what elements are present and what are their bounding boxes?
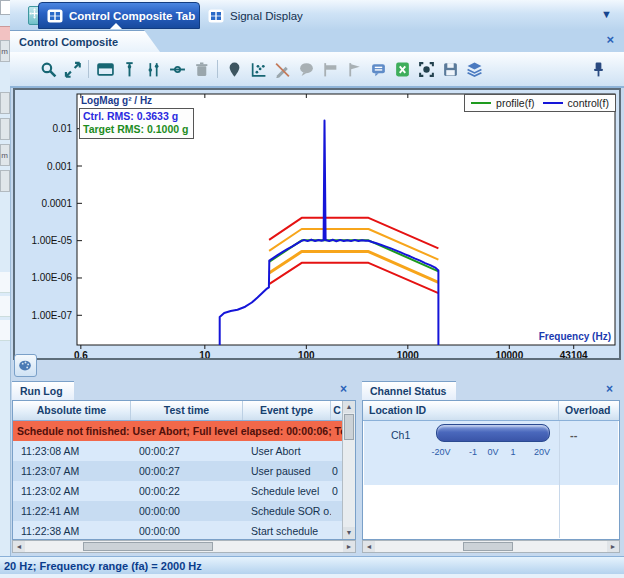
- single-cursor-icon[interactable]: [117, 57, 141, 81]
- scrollbar-thumb[interactable]: [344, 414, 354, 440]
- table-row[interactable]: 11:22:41 AM00:00:00Schedule SOR o...: [13, 501, 355, 521]
- legend-label: control(f): [568, 97, 609, 109]
- x-tick-label: 0.6: [74, 350, 88, 358]
- column-divider: [559, 421, 560, 538]
- table-row[interactable]: 11:23:02 AM00:00:22Schedule level0: [13, 481, 355, 501]
- x-tick-label: 43104: [560, 350, 588, 358]
- chart-toolbar: [10, 52, 624, 88]
- table-cell: 00:00:00: [131, 501, 243, 521]
- marker-icon[interactable]: [222, 57, 246, 81]
- scale-tick-label: 20V: [534, 447, 550, 457]
- runlog-vertical-scrollbar[interactable]: ▲ ▼: [342, 401, 355, 539]
- peak-cursor-icon[interactable]: [165, 57, 189, 81]
- save-signal-icon[interactable]: [438, 57, 462, 81]
- column-header-overload[interactable]: Overload: [559, 401, 619, 420]
- table-cell: 11:23:08 AM: [13, 441, 131, 461]
- table-row[interactable]: 11:22:38 AM00:00:00Start schedule: [13, 521, 355, 540]
- close-icon[interactable]: ×: [606, 33, 614, 46]
- tab-list-dropdown-icon[interactable]: ▼: [601, 8, 612, 20]
- doc-tab-control-composite[interactable]: Control Composite: [10, 30, 160, 52]
- balloon-note-icon[interactable]: [294, 57, 318, 81]
- grid-tab-icon: [208, 8, 224, 24]
- column-header[interactable]: Test time: [131, 401, 243, 420]
- overload-value: --: [570, 429, 577, 441]
- scroll-right-icon[interactable]: ►: [607, 541, 619, 552]
- scale-tick-label: 0V: [487, 447, 498, 457]
- scroll-left-icon[interactable]: ◄: [13, 541, 25, 552]
- toolbar-separator: [217, 60, 218, 78]
- scale-tick-label: 1: [510, 447, 515, 457]
- y-tick-label: 1.00E-06: [31, 272, 72, 283]
- scatter-display-icon[interactable]: [246, 57, 270, 81]
- table-cell: 11:23:02 AM: [13, 481, 131, 501]
- table-cell: 00:00:27: [131, 441, 243, 461]
- x-tick-label: 10000: [495, 350, 523, 358]
- scrollbar-thumb[interactable]: [463, 542, 513, 551]
- channel-label: Ch1: [391, 429, 410, 441]
- tab-label: Control Composite Tab: [69, 10, 195, 22]
- legend-item: control(f): [543, 97, 609, 109]
- runlog-horizontal-scrollbar[interactable]: ◄ ►: [12, 540, 356, 553]
- chart-style-palette-button[interactable]: [14, 354, 37, 377]
- harmonic-cursor-icon[interactable]: [141, 57, 165, 81]
- scroll-left-icon[interactable]: ◄: [363, 541, 375, 552]
- layers-icon[interactable]: [462, 57, 486, 81]
- flag-banner-icon[interactable]: [318, 57, 342, 81]
- flag-marker-icon[interactable]: [342, 57, 366, 81]
- comment-note-icon[interactable]: [366, 57, 390, 81]
- table-cell: 11:22:41 AM: [13, 501, 131, 521]
- export-excel-icon[interactable]: [390, 57, 414, 81]
- strip-fragment: [0, 170, 10, 192]
- legend-item: profile(f): [471, 97, 535, 109]
- tab-signal-display[interactable]: Signal Display: [202, 3, 320, 29]
- table-row[interactable]: 11:23:07 AM00:00:27User paused0: [13, 461, 355, 481]
- column-header[interactable]: Absolute time: [13, 401, 131, 420]
- toolbar-separator: [88, 60, 89, 78]
- scroll-right-icon[interactable]: ►: [343, 541, 355, 552]
- channel-horizontal-scrollbar[interactable]: ◄ ►: [362, 540, 620, 553]
- table-cell: Schedule level: [243, 481, 331, 501]
- runlog-alert-row[interactable]: Schedule not finished: User Abort; Full …: [13, 421, 355, 441]
- table-cell: User paused: [243, 461, 331, 481]
- zoom-refresh-icon[interactable]: [36, 57, 60, 81]
- strip-fragment: [0, 272, 10, 293]
- rms-readout: Ctrl. RMS: 0.3633 g: [83, 110, 188, 123]
- close-icon[interactable]: ×: [340, 383, 347, 395]
- main-window: Control Composite Tab Signal Display ▼ C…: [10, 0, 624, 556]
- table-cell: 00:00:22: [131, 481, 243, 501]
- scrollbar-thumb[interactable]: [83, 542, 213, 551]
- strip-fragment: m: [0, 144, 10, 166]
- channel-status-table: Location ID Overload Ch1 -20V-10V120V --: [362, 400, 620, 540]
- channel-level-bar: [436, 424, 550, 442]
- top-tab-bar: Control Composite Tab Signal Display ▼: [10, 0, 624, 31]
- channel-voltage-scale: -20V-10V120V: [363, 447, 620, 459]
- x-tick-label: 1000: [397, 350, 420, 358]
- scroll-down-icon[interactable]: ▼: [343, 527, 355, 539]
- column-header[interactable]: Event type: [243, 401, 331, 420]
- footer-strip: [0, 574, 624, 578]
- scale-tick-label: -20V: [431, 447, 450, 457]
- spectrum-chart-panel[interactable]: 0.610100100010000431040.010.0010.00011.0…: [13, 88, 621, 360]
- rms-readout: Target RMS: 0.1000 g: [83, 123, 188, 136]
- pushpin-icon[interactable]: [588, 58, 608, 80]
- table-cell: 00:00:27: [131, 461, 243, 481]
- fit-page-icon[interactable]: [60, 57, 84, 81]
- runlog-header-row: Absolute timeTest timeEvent typeC: [13, 401, 355, 421]
- column-header-location-id[interactable]: Location ID: [363, 401, 559, 420]
- runlog-panel-tab[interactable]: Run Log: [12, 381, 74, 400]
- strip-fragment: [0, 118, 10, 140]
- chart-legend: profile(f)control(f): [464, 94, 616, 112]
- y-tick-label: 0.0001: [41, 198, 72, 209]
- panel-layout-icon[interactable]: [93, 57, 117, 81]
- y-tick-label: 1.00E-07: [31, 310, 72, 321]
- channel-status-panel-tab[interactable]: Channel Status: [362, 381, 456, 400]
- snapshot-icon[interactable]: [414, 57, 438, 81]
- annotation-disabled-icon[interactable]: [270, 57, 294, 81]
- remove-cursor-icon[interactable]: [189, 57, 213, 81]
- palette-icon: [18, 358, 33, 373]
- grid-tab-icon: [47, 8, 63, 24]
- table-row[interactable]: 11:23:08 AM00:00:27User Abort: [13, 441, 355, 461]
- scroll-up-icon[interactable]: ▲: [343, 401, 355, 413]
- close-icon[interactable]: ×: [606, 383, 613, 395]
- strip-fragment: [0, 296, 10, 317]
